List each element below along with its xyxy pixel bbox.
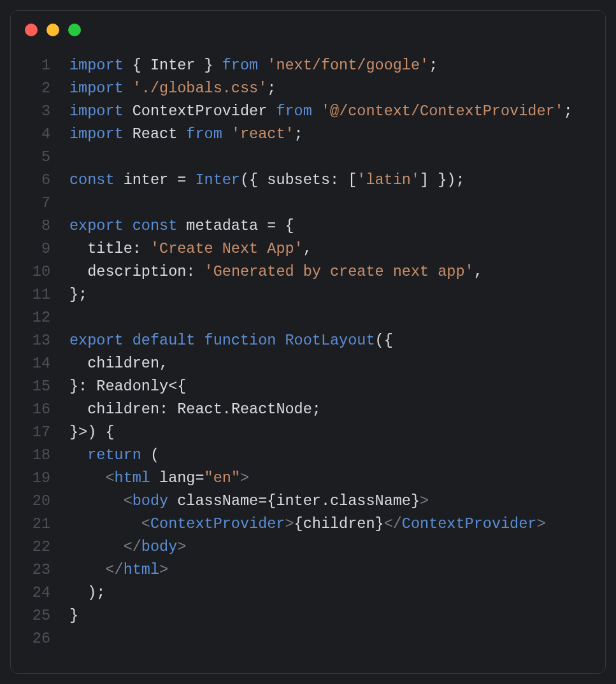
code-line[interactable]: 8export const metadata = {: [11, 215, 605, 238]
code-line[interactable]: 15}: Readonly<{: [11, 375, 605, 398]
token-pl: [222, 125, 231, 143]
token-pl: ;: [564, 103, 573, 120]
token-pl: [69, 538, 124, 555]
code-content[interactable]: </html>: [69, 559, 605, 581]
token-attr: className: [177, 492, 258, 509]
token-ang: <: [141, 515, 150, 532]
token-ang: >: [240, 469, 249, 487]
line-number: 23: [11, 559, 69, 581]
code-content[interactable]: <body className={inter.className}>: [69, 490, 605, 513]
code-editor[interactable]: 1import { Inter } from 'next/font/google…: [11, 48, 605, 663]
code-content[interactable]: <html lang="en">: [69, 467, 605, 490]
line-number: 19: [11, 467, 69, 490]
token-ang: </: [105, 561, 123, 578]
token-pl: ] });: [420, 171, 465, 189]
code-content[interactable]: import { Inter } from 'next/font/google'…: [69, 54, 605, 77]
token-pl: [69, 355, 87, 372]
code-content[interactable]: [69, 306, 605, 329]
token-pl: ;: [294, 125, 303, 143]
line-number: 5: [11, 146, 69, 169]
code-content[interactable]: );: [69, 581, 605, 604]
code-line[interactable]: 17}>) {: [11, 421, 605, 444]
code-line[interactable]: 14 children,: [11, 352, 605, 375]
token-pl: ({: [375, 332, 393, 349]
code-content[interactable]: [69, 146, 605, 169]
code-line[interactable]: 25}: [11, 604, 605, 627]
code-line[interactable]: 11};: [11, 283, 605, 306]
code-content[interactable]: import React from 'react';: [69, 123, 605, 146]
code-content[interactable]: };: [69, 283, 605, 306]
token-pl: [124, 103, 133, 120]
code-content[interactable]: [69, 192, 605, 215]
code-line[interactable]: 7: [11, 192, 605, 215]
token-id: React: [133, 125, 178, 143]
code-content[interactable]: const inter = Inter({ subsets: ['latin']…: [69, 169, 605, 192]
line-number: 26: [11, 627, 69, 650]
token-pl: ;: [312, 401, 321, 418]
token-kw: from: [276, 103, 312, 120]
code-line[interactable]: 12: [11, 306, 605, 329]
token-pl: [69, 492, 124, 509]
token-pl: [267, 103, 276, 120]
code-content[interactable]: import ContextProvider from '@/context/C…: [69, 100, 605, 123]
code-content[interactable]: import './globals.css';: [69, 77, 605, 100]
token-ang: >: [177, 538, 186, 555]
code-content[interactable]: }: Readonly<{: [69, 375, 605, 398]
code-content[interactable]: return (: [69, 444, 605, 467]
code-line[interactable]: 6const inter = Inter({ subsets: ['latin'…: [11, 169, 605, 192]
token-pl: );: [69, 584, 105, 601]
window-minimize-icon[interactable]: [47, 24, 59, 36]
code-line[interactable]: 5: [11, 146, 605, 169]
code-content[interactable]: }: [69, 604, 605, 627]
window-traffic-lights: [11, 24, 605, 48]
line-number: 20: [11, 490, 69, 513]
token-pl: [69, 401, 87, 418]
code-line[interactable]: 16 children: React.ReactNode;: [11, 398, 605, 421]
token-pl: }>: [69, 424, 87, 441]
token-kw: const: [69, 171, 115, 189]
code-line[interactable]: 13export default function RootLayout({: [11, 329, 605, 352]
code-line[interactable]: 19 <html lang="en">: [11, 467, 605, 490]
token-id: title: [87, 240, 133, 257]
line-number: 9: [11, 238, 69, 260]
token-pl: [312, 103, 321, 120]
token-ang: </: [124, 538, 141, 555]
token-id: Inter: [150, 57, 196, 74]
code-content[interactable]: export const metadata = {: [69, 215, 605, 238]
line-number: 22: [11, 536, 69, 559]
token-pl: [69, 240, 87, 257]
token-str: 'Create Next App': [150, 240, 303, 257]
code-content[interactable]: [69, 627, 605, 650]
code-line[interactable]: 2import './globals.css';: [11, 77, 605, 100]
token-str: 'next/font/google': [267, 57, 429, 74]
code-line[interactable]: 21 <ContextProvider>{children}</ContextP…: [11, 513, 605, 536]
code-content[interactable]: export default function RootLayout({: [69, 329, 605, 352]
code-line[interactable]: 20 <body className={inter.className}>: [11, 490, 605, 513]
window-close-icon[interactable]: [25, 24, 38, 36]
code-line[interactable]: 9 title: 'Create Next App',: [11, 238, 605, 260]
code-line[interactable]: 18 return (: [11, 444, 605, 467]
code-line[interactable]: 10 description: 'Generated by create nex…: [11, 260, 605, 283]
code-content[interactable]: </body>: [69, 536, 605, 559]
code-line[interactable]: 1import { Inter } from 'next/font/google…: [11, 54, 605, 77]
code-content[interactable]: }>) {: [69, 421, 605, 444]
window-zoom-icon[interactable]: [68, 24, 81, 36]
code-content[interactable]: children,: [69, 352, 605, 375]
code-content[interactable]: description: 'Generated by create next a…: [69, 260, 605, 283]
code-line[interactable]: 4import React from 'react';: [11, 123, 605, 146]
code-line[interactable]: 23 </html>: [11, 559, 605, 581]
token-pl: ;: [429, 57, 438, 74]
code-content[interactable]: <ContextProvider>{children}</ContextProv…: [69, 513, 605, 536]
code-line[interactable]: 22 </body>: [11, 536, 605, 559]
token-brace: {: [294, 515, 303, 532]
token-kw: from: [186, 125, 222, 143]
code-content[interactable]: children: React.ReactNode;: [69, 398, 605, 421]
token-id: subsets: [267, 171, 330, 189]
code-line[interactable]: 24 );: [11, 581, 605, 604]
code-line[interactable]: 26: [11, 627, 605, 650]
token-tag: ContextProvider: [402, 515, 537, 532]
code-content[interactable]: title: 'Create Next App',: [69, 238, 605, 260]
token-pl: [177, 125, 186, 143]
code-line[interactable]: 3import ContextProvider from '@/context/…: [11, 100, 605, 123]
token-ang: <: [105, 469, 114, 487]
